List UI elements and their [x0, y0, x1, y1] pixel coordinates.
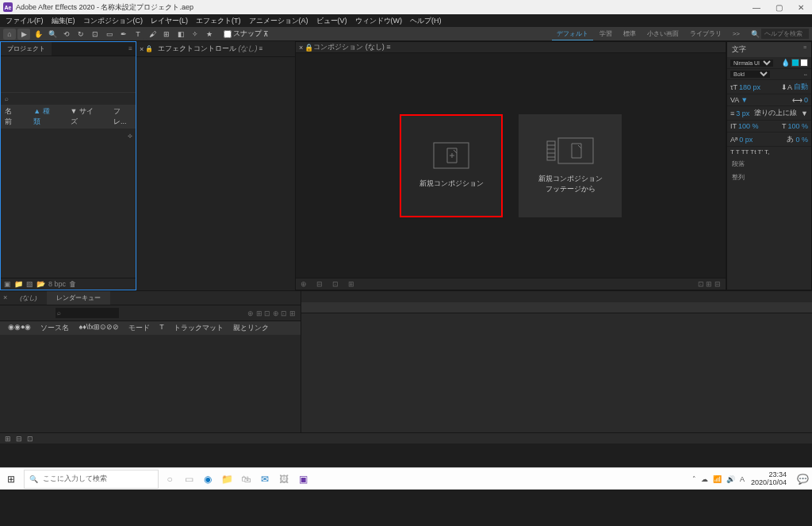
panel-menu-icon[interactable]: ≡	[803, 44, 806, 55]
workspace-learn[interactable]: 学習	[595, 28, 617, 40]
brush-tool-icon[interactable]: 🖌	[146, 29, 159, 40]
tab-none[interactable]: (なし)	[10, 291, 46, 305]
tracking-value[interactable]: 0	[804, 96, 808, 104]
close-button[interactable]: ✕	[790, 0, 812, 14]
rect-tool-icon[interactable]: ▭	[103, 29, 116, 40]
align-section[interactable]: 整列	[727, 171, 811, 184]
lock-icon[interactable]: 🔒	[304, 44, 313, 52]
col-fre[interactable]: フレ...	[113, 106, 132, 127]
tsume-value[interactable]: 0 %	[795, 136, 808, 144]
new-composition-button[interactable]: 新規コンポジション	[400, 114, 503, 217]
fill-swatch[interactable]	[791, 59, 799, 67]
menu-edit[interactable]: 編集(E)	[49, 15, 78, 27]
store-icon[interactable]: 🛍	[236, 468, 255, 490]
col-source[interactable]: ソース名	[36, 323, 74, 333]
font-family-select[interactable]: Nirmala UI	[730, 60, 773, 67]
orbit-tool-icon[interactable]: ⟲	[60, 29, 73, 40]
layer-search[interactable]	[56, 308, 119, 318]
wifi-icon[interactable]: 📶	[713, 475, 722, 483]
font-size-value[interactable]: 180 px	[739, 83, 760, 91]
eraser-tool-icon[interactable]: ◧	[174, 29, 187, 40]
trash-icon[interactable]: 🗑	[69, 280, 76, 288]
tab-render-queue[interactable]: レンダーキュー	[47, 291, 110, 305]
col-t[interactable]: T	[155, 323, 169, 333]
baseline-value[interactable]: 0 px	[739, 136, 753, 144]
menu-composition[interactable]: コンポジション(C)	[81, 15, 146, 27]
stamp-tool-icon[interactable]: ⊞	[160, 29, 173, 40]
tray-chevron-icon[interactable]: ˄	[692, 475, 696, 483]
swap-swatch-icon[interactable]: ↔	[803, 72, 808, 77]
col-mode[interactable]: モード	[124, 323, 155, 333]
edge-icon[interactable]: ◉	[198, 468, 217, 490]
col-switches[interactable]: ♠♦\fx⊞⊙⊘⊘	[74, 323, 124, 333]
taskview-icon[interactable]: ▭	[179, 468, 198, 490]
stroke-over-label[interactable]: 塗りの上に線	[754, 108, 797, 118]
kerning-value[interactable]: ▼	[741, 96, 748, 104]
bpc-label[interactable]: 8 bpc	[48, 280, 66, 288]
hscale-value[interactable]: 100 %	[787, 122, 808, 130]
volume-icon[interactable]: 🔊	[726, 475, 735, 483]
menu-layer[interactable]: レイヤー(L)	[148, 15, 190, 27]
text-tool-icon[interactable]: T	[132, 29, 144, 40]
workspace-small[interactable]: 小さい画面	[642, 28, 684, 40]
taskbar-search[interactable]: 🔍 ここに入力して検索	[24, 470, 159, 489]
cloud-icon[interactable]: ☁	[701, 475, 708, 483]
bin-icon[interactable]: ▣	[4, 280, 11, 288]
help-search[interactable]	[761, 29, 809, 39]
minimize-button[interactable]: —	[745, 0, 768, 14]
col-trackmatte[interactable]: トラックマット	[169, 323, 228, 333]
puppet-tool-icon[interactable]: ★	[203, 29, 216, 40]
photos-icon[interactable]: 🖼	[274, 468, 293, 490]
menu-effect[interactable]: エフェクト(T)	[193, 15, 243, 27]
col-parent[interactable]: 親とリンク	[228, 323, 274, 333]
font-weight-select[interactable]: Bold	[730, 71, 770, 78]
leading-value[interactable]: 自動	[794, 82, 808, 92]
col-name[interactable]: 名前	[5, 106, 17, 127]
stroke-swatch[interactable]	[800, 59, 808, 67]
menu-help[interactable]: ヘルプ(H)	[408, 15, 444, 27]
tab-composition[interactable]: コンポジション (なし) ≡	[313, 42, 390, 52]
menu-window[interactable]: ウィンドウ(W)	[353, 15, 405, 27]
pen-tool-icon[interactable]: ✒	[117, 29, 130, 40]
newfolder-icon[interactable]: 📂	[36, 280, 45, 288]
ime-icon[interactable]: A	[740, 475, 745, 483]
tab-effectcontrol[interactable]: エフェクトコントロール (なし) ≡	[153, 41, 267, 56]
home-tool-icon[interactable]: ⌂	[3, 29, 16, 40]
anchor-tool-icon[interactable]: ⊡	[89, 29, 102, 40]
col-vis[interactable]: ◉◉●◉	[3, 323, 36, 333]
zoom-tool-icon[interactable]: 🔍	[46, 29, 59, 40]
type-style-buttons[interactable]: T T TT Tt T' T,	[727, 147, 811, 157]
start-button[interactable]: ⊞	[0, 468, 22, 490]
menu-animation[interactable]: アニメーション(A)	[247, 15, 311, 27]
new-composition-from-footage-button[interactable]: 新規コンポジション フッテージから	[519, 114, 622, 217]
panel-menu-icon[interactable]: ≡	[128, 45, 132, 52]
workspace-standard[interactable]: 標準	[619, 28, 641, 40]
cortana-icon[interactable]: ○	[160, 468, 179, 490]
explorer-icon[interactable]: 📁	[217, 468, 236, 490]
menu-view[interactable]: ビュー(V)	[314, 15, 350, 27]
menu-file[interactable]: ファイル(F)	[3, 15, 46, 27]
timeline-graph[interactable]	[301, 291, 812, 432]
hand-tool-icon[interactable]: ✋	[32, 29, 44, 40]
stroke-width[interactable]: 3 px	[736, 109, 749, 117]
tab-project[interactable]: プロジェクト	[1, 42, 52, 56]
workspace-more[interactable]: >>	[728, 29, 745, 39]
roto-tool-icon[interactable]: ✧	[189, 29, 201, 40]
notifications-icon[interactable]: 💬	[793, 468, 812, 490]
col-type[interactable]: ▲ 種類	[33, 106, 54, 127]
col-size[interactable]: ▼ サイズ	[71, 106, 98, 127]
newcomp-icon[interactable]: ▧	[26, 280, 33, 288]
folder-icon[interactable]: 📁	[14, 280, 23, 288]
workspace-library[interactable]: ライブラリ	[685, 28, 726, 40]
eyedropper-icon[interactable]: 💧	[781, 59, 790, 67]
project-search[interactable]: ⌕	[1, 92, 136, 105]
selection-tool-icon[interactable]: ▶	[17, 29, 30, 40]
vscale-value[interactable]: 100 %	[738, 122, 759, 130]
rotate-tool-icon[interactable]: ↻	[75, 29, 87, 40]
paragraph-section[interactable]: 段落	[727, 157, 811, 171]
workspace-default[interactable]: デフォルト	[552, 28, 593, 40]
maximize-button[interactable]: ▢	[768, 0, 790, 14]
mail-icon[interactable]: ✉	[255, 468, 274, 490]
taskbar-clock[interactable]: 23:34 2020/10/04	[751, 471, 793, 487]
snap-checkbox[interactable]	[224, 30, 232, 38]
